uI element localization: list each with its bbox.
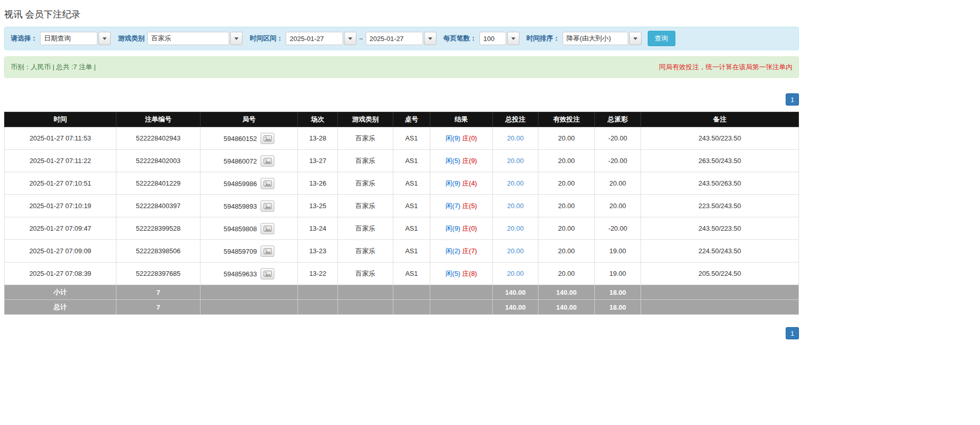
page-button-1[interactable]: 1 (786, 93, 799, 106)
total-bet-link[interactable]: 20.00 (507, 179, 524, 187)
query-type-input[interactable] (40, 32, 97, 45)
result-banker: 庄(9) (462, 157, 477, 165)
date-from-input[interactable] (286, 32, 343, 45)
total-bet-link[interactable]: 20.00 (507, 247, 524, 255)
round-detail-button[interactable] (261, 133, 274, 144)
total-bet-link[interactable]: 20.00 (507, 202, 524, 210)
round-detail-button[interactable] (261, 246, 274, 257)
result-cell: 闲(2) 庄(7) (430, 240, 493, 262)
footer-label: 总计 (5, 300, 116, 315)
page-size-input[interactable] (479, 32, 506, 45)
game-type-input[interactable] (147, 32, 229, 45)
valid-bet-cell: 20.00 (538, 150, 595, 172)
game-type-cell: 百家乐 (338, 262, 393, 285)
round-detail-button[interactable] (261, 268, 274, 279)
total-bet-link[interactable]: 20.00 (507, 225, 524, 232)
table-no-cell: AS1 (393, 172, 430, 195)
result-cell: 闲(7) 庄(5) (430, 195, 493, 217)
column-header: 备注 (641, 112, 799, 127)
bet-no-cell: 522228399528 (116, 217, 201, 240)
payout-cell: 19.00 (595, 240, 641, 262)
round-cell: 594859808 (201, 217, 298, 240)
result-player: 闲(9) (446, 179, 461, 187)
table-row: 2025-01-27 07:09:47522228399528594859808… (5, 217, 799, 240)
footer-count: 7 (116, 300, 201, 315)
game-type-cell: 百家乐 (338, 150, 393, 172)
footer-valid-bet: 140.00 (538, 285, 595, 300)
bet-no-cell: 522228400397 (116, 195, 201, 217)
total-bet-cell: 20.00 (493, 150, 538, 172)
table-no-cell: AS1 (393, 262, 430, 285)
footer-empty-cell (430, 285, 493, 300)
column-header: 结果 (430, 112, 493, 127)
round-number: 594859633 (224, 270, 257, 277)
result-banker: 庄(0) (462, 225, 477, 232)
subtotal-row: 小计7140.00140.0018.00 (5, 285, 799, 300)
search-button[interactable]: 查询 (648, 31, 675, 46)
session-cell: 13-23 (298, 240, 338, 262)
time-sort-input[interactable] (563, 32, 628, 45)
total-bet-link[interactable]: 20.00 (507, 134, 524, 142)
date-to-input[interactable] (366, 32, 423, 45)
footer-payout: 18.00 (595, 300, 641, 315)
date-from-dropdown-button[interactable] (344, 32, 356, 45)
total-bet-cell: 20.00 (493, 127, 538, 150)
total-bet-link[interactable]: 20.00 (507, 270, 524, 277)
round-number: 594859893 (224, 202, 257, 210)
page-button-1[interactable]: 1 (786, 327, 799, 339)
footer-empty-cell (201, 300, 298, 315)
footer-label: 小计 (5, 285, 116, 300)
valid-bet-cell: 20.00 (538, 195, 595, 217)
note-cell: 223.50/243.50 (641, 195, 799, 217)
payout-cell: 20.00 (595, 195, 641, 217)
result-player: 闲(5) (446, 157, 461, 165)
session-cell: 13-22 (298, 262, 338, 285)
result-player: 闲(7) (446, 202, 461, 210)
page-size-label: 每页笔数： (444, 34, 477, 43)
bet-no-cell: 522228401229 (116, 172, 201, 195)
round-cell: 594859709 (201, 240, 298, 262)
footer-total-bet: 140.00 (493, 285, 538, 300)
table-row: 2025-01-27 07:11:22522228402003594860072… (5, 150, 799, 172)
round-cell: 594859633 (201, 262, 298, 285)
result-banker: 庄(5) (462, 202, 477, 210)
table-row: 2025-01-27 07:10:51522228401229594859986… (5, 172, 799, 195)
footer-empty-cell (298, 300, 338, 315)
chevron-down-icon (234, 37, 238, 40)
total-bet-link[interactable]: 20.00 (507, 157, 524, 165)
date-to-dropdown-button[interactable] (424, 32, 436, 45)
time-range-label: 时间区间： (250, 34, 283, 43)
date-from-combo (286, 32, 356, 45)
bet-records-table: 时间注单编号局号场次游戏类别桌号结果总投注有效投注总派彩备注 2025-01-2… (4, 112, 799, 315)
table-row: 2025-01-27 07:09:09522228398506594859709… (5, 240, 799, 262)
round-cell: 594859986 (201, 172, 298, 195)
round-detail-button[interactable] (261, 155, 274, 167)
payout-cell: -20.00 (595, 217, 641, 240)
time-cell: 2025-01-27 07:11:22 (5, 150, 116, 172)
bet-no-cell: 522228397685 (116, 262, 201, 285)
session-cell: 13-28 (298, 127, 338, 150)
round-detail-button[interactable] (261, 200, 274, 212)
footer-empty-cell (298, 285, 338, 300)
pagination-bottom: 1 (4, 327, 799, 339)
total-bet-cell: 20.00 (493, 217, 538, 240)
column-header: 总派彩 (595, 112, 641, 127)
result-player: 闲(2) (446, 247, 461, 255)
session-cell: 13-25 (298, 195, 338, 217)
valid-bet-cell: 20.00 (538, 172, 595, 195)
game-type-dropdown-button[interactable] (230, 32, 243, 45)
query-type-dropdown-button[interactable] (98, 32, 111, 45)
round-detail-button[interactable] (261, 178, 274, 189)
pagination-top: 1 (4, 93, 799, 106)
valid-bet-cell: 20.00 (538, 127, 595, 150)
time-sort-label: 时间排序： (527, 34, 560, 43)
round-number: 594860152 (224, 134, 257, 142)
round-detail-button[interactable] (261, 223, 274, 234)
round-cell: 594860072 (201, 150, 298, 172)
session-cell: 13-27 (298, 150, 338, 172)
time-sort-dropdown-button[interactable] (629, 32, 642, 45)
game-type-cell: 百家乐 (338, 195, 393, 217)
footer-payout: 18.00 (595, 285, 641, 300)
page-size-dropdown-button[interactable] (507, 32, 519, 45)
column-header: 桌号 (393, 112, 430, 127)
